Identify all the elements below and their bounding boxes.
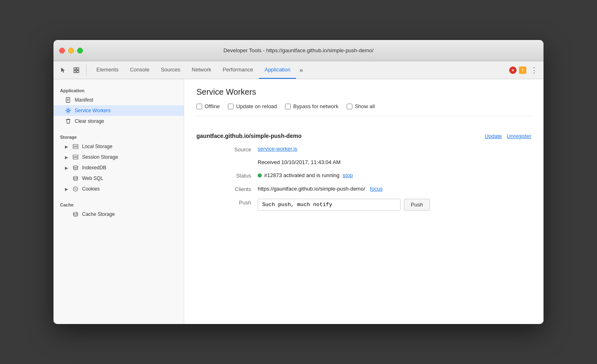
- maximize-button[interactable]: [77, 48, 83, 53]
- traffic-lights: [59, 48, 83, 53]
- svg-rect-12: [73, 158, 78, 159]
- toolbar: Elements Console Sources Network Perform…: [53, 61, 544, 79]
- status-text: #12873 activated and is running: [264, 172, 339, 178]
- svg-point-19: [76, 188, 76, 188]
- push-value: Push: [258, 199, 531, 211]
- main-area: Application Manifest: [53, 79, 544, 324]
- show-all-label: Show all: [355, 103, 375, 109]
- expand-session-storage-icon: ▶: [65, 155, 68, 160]
- status-label: Status: [221, 172, 258, 179]
- sidebar-item-service-workers[interactable]: Service Workers: [53, 105, 184, 116]
- svg-rect-11: [73, 155, 78, 157]
- source-label: Source: [221, 146, 258, 153]
- toolbar-icons: [58, 64, 87, 76]
- svg-rect-0: [74, 68, 76, 70]
- session-storage-label: Session Storage: [82, 154, 118, 160]
- sidebar-item-indexeddb[interactable]: ▶ IndexedDB: [53, 162, 184, 173]
- tab-application[interactable]: Application: [259, 61, 296, 79]
- clear-storage-label: Clear storage: [75, 118, 104, 124]
- sidebar-item-cache-storage[interactable]: Cache Storage: [53, 209, 184, 220]
- application-section-label: Application: [53, 84, 184, 95]
- cookies-label: Cookies: [82, 186, 100, 192]
- push-label: Push: [221, 199, 258, 211]
- options-row: Offline Update on reload Bypass for netw…: [196, 103, 531, 116]
- push-button[interactable]: Push: [404, 199, 430, 211]
- tab-performance[interactable]: Performance: [217, 61, 258, 79]
- status-value: #12873 activated and is running stop: [258, 172, 531, 179]
- show-all-option[interactable]: Show all: [347, 103, 375, 109]
- tab-network[interactable]: Network: [186, 61, 217, 79]
- sw-detail-grid: Source service-worker.js Received 10/10/…: [221, 146, 531, 211]
- indexeddb-icon: [72, 164, 79, 171]
- expand-local-storage-icon: ▶: [65, 144, 68, 149]
- update-on-reload-option[interactable]: Update on reload: [228, 103, 277, 109]
- web-sql-label: Web SQL: [82, 175, 103, 181]
- close-button[interactable]: [59, 48, 65, 53]
- cache-storage-label: Cache Storage: [82, 211, 115, 217]
- cursor-icon[interactable]: [58, 64, 69, 76]
- toolbar-tabs: Elements Console Sources Network Perform…: [91, 61, 508, 79]
- offline-checkbox[interactable]: [196, 104, 202, 109]
- sidebar-item-local-storage[interactable]: ▶ Local Storage: [53, 141, 184, 152]
- push-input[interactable]: [258, 199, 401, 211]
- cache-storage-icon: [72, 211, 79, 218]
- tab-console[interactable]: Console: [124, 61, 155, 79]
- content-panel: Service Workers Offline Update on reload…: [184, 79, 544, 324]
- indexeddb-label: IndexedDB: [82, 165, 106, 171]
- cookies-icon: [72, 186, 79, 192]
- sw-actions: Update Unregister: [485, 133, 531, 139]
- devtools-window: Developer Tools - https://gauntface.gith…: [53, 40, 544, 324]
- sidebar-item-clear-storage[interactable]: Clear storage: [53, 116, 184, 127]
- svg-point-17: [76, 189, 76, 190]
- unregister-link[interactable]: Unregister: [507, 133, 531, 139]
- svg-rect-2: [74, 71, 76, 73]
- bypass-for-network-checkbox[interactable]: [285, 104, 291, 109]
- sw-entry: gauntface.github.io/simple-push-demo Upd…: [196, 126, 531, 217]
- more-tabs-button[interactable]: »: [296, 61, 306, 79]
- svg-rect-10: [73, 147, 78, 149]
- window-title: Developer Tools - https://gauntface.gith…: [223, 47, 374, 53]
- sidebar-item-manifest[interactable]: Manifest: [53, 95, 184, 105]
- svg-rect-1: [77, 68, 79, 70]
- offline-option[interactable]: Offline: [196, 103, 220, 109]
- bypass-for-network-label: Bypass for network: [293, 103, 339, 109]
- stop-link[interactable]: stop: [343, 172, 353, 178]
- local-storage-label: Local Storage: [82, 144, 112, 149]
- offline-label: Offline: [205, 103, 220, 109]
- tab-elements[interactable]: Elements: [91, 61, 124, 79]
- expand-cookies-icon: ▶: [65, 187, 68, 191]
- source-value: service-worker.js: [258, 146, 531, 153]
- svg-rect-9: [73, 144, 78, 146]
- focus-link[interactable]: focus: [370, 186, 383, 192]
- titlebar: Developer Tools - https://gauntface.gith…: [53, 40, 544, 61]
- error-badge: ×: [509, 67, 517, 74]
- more-options-button[interactable]: ⋮: [529, 66, 539, 75]
- minimize-button[interactable]: [68, 48, 74, 53]
- sidebar-item-session-storage[interactable]: ▶ Session Storage: [53, 152, 184, 162]
- toolbar-right: × ! ⋮: [509, 66, 539, 75]
- svg-point-16: [74, 188, 75, 189]
- panel-title: Service Workers: [196, 87, 531, 97]
- svg-point-18: [75, 189, 75, 190]
- source-file-link[interactable]: service-worker.js: [258, 146, 297, 152]
- manifest-icon: [65, 97, 71, 103]
- warning-badge: !: [519, 67, 526, 74]
- sw-host: gauntface.github.io/simple-push-demo: [196, 133, 301, 139]
- service-workers-label: Service Workers: [75, 108, 111, 113]
- svg-point-20: [74, 212, 78, 214]
- clients-value: https://gauntface.github.io/simple-push-…: [258, 185, 531, 192]
- update-link[interactable]: Update: [485, 133, 502, 139]
- received-spacer: [221, 159, 258, 165]
- sidebar-item-web-sql[interactable]: Web SQL: [53, 173, 184, 184]
- tab-sources[interactable]: Sources: [155, 61, 186, 79]
- inspect-icon[interactable]: [71, 64, 82, 76]
- update-on-reload-checkbox[interactable]: [228, 104, 234, 109]
- expand-indexeddb-icon: ▶: [65, 166, 68, 170]
- clear-storage-icon: [65, 118, 71, 124]
- status-dot: [258, 173, 262, 178]
- session-storage-icon: [72, 154, 79, 160]
- sidebar-item-cookies[interactable]: ▶ Cookies: [53, 184, 184, 194]
- bypass-for-network-option[interactable]: Bypass for network: [285, 103, 339, 109]
- svg-point-15: [74, 187, 78, 191]
- show-all-checkbox[interactable]: [347, 104, 352, 109]
